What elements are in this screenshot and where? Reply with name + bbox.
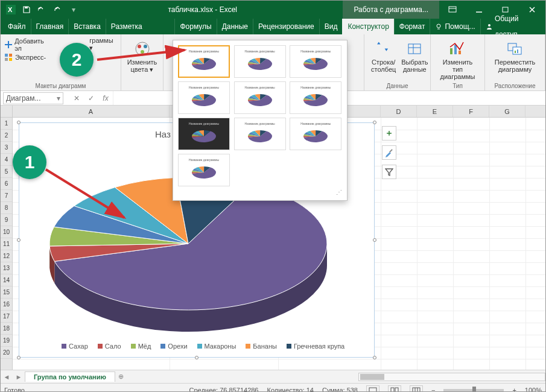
row-header[interactable]: 8 — [1, 202, 12, 214]
row-header[interactable]: 20 — [1, 347, 12, 359]
select-data-label: Выбрать данные — [401, 58, 428, 73]
legend-item[interactable]: Бананы — [246, 343, 277, 350]
annotation-badge-2: 2 — [60, 43, 94, 77]
chart-style-thumb[interactable]: Название диаграммы — [178, 81, 230, 114]
cancel-formula-icon[interactable]: ✕ — [69, 92, 84, 104]
select-data-button[interactable]: Выбрать данные — [399, 37, 430, 75]
row-header[interactable]: 10 — [1, 226, 12, 238]
svg-line-32 — [97, 50, 185, 60]
row-header[interactable]: 5 — [1, 166, 12, 178]
tab-formulas[interactable]: Формулы — [174, 19, 216, 34]
fx-icon[interactable]: fx — [98, 92, 113, 104]
tab-review[interactable]: Рецензирование — [253, 19, 319, 34]
add-chart-element-button[interactable]: Добавить эл — [14, 37, 51, 52]
tab-data[interactable]: Данные — [217, 19, 253, 34]
legend-item[interactable]: Гречневая крупа — [287, 343, 344, 350]
chart-style-thumb[interactable]: Название диаграммы — [234, 45, 286, 78]
switch-row-column-button[interactable]: Строка/ столбец — [368, 37, 399, 75]
tab-insert[interactable]: Вставка — [68, 19, 106, 34]
svg-line-31 — [46, 169, 124, 218]
move-chart-button[interactable]: Переместить диаграмму — [489, 37, 541, 75]
row-header[interactable]: 3 — [1, 142, 12, 154]
row-header[interactable]: 2 — [1, 130, 12, 142]
tell-me-search[interactable]: Помощ... — [430, 19, 480, 34]
row-header[interactable]: 9 — [1, 214, 12, 226]
zoom-out-button[interactable]: − — [431, 387, 435, 393]
tell-me-label: Помощ... — [445, 19, 475, 34]
row-header[interactable]: 1 — [1, 118, 12, 130]
zoom-slider[interactable] — [443, 389, 504, 391]
tab-view[interactable]: Вид — [319, 19, 343, 34]
row-header[interactable]: 15 — [1, 286, 12, 299]
chart-styles-gallery[interactable]: Название диаграммыНазвание диаграммыНазв… — [173, 40, 348, 201]
minimize-icon[interactable] — [466, 1, 492, 19]
row-header[interactable]: 7 — [1, 190, 12, 202]
chart-filter-button[interactable] — [382, 165, 396, 179]
row-header[interactable]: 17 — [1, 311, 12, 323]
row-header[interactable]: 11 — [1, 238, 12, 250]
row-header[interactable]: 13 — [1, 262, 12, 274]
view-normal-button[interactable] — [366, 385, 379, 393]
tab-home[interactable]: Главная — [31, 19, 69, 34]
chart-style-thumb[interactable]: Название диаграммы — [178, 118, 230, 150]
svg-rect-23 — [450, 48, 452, 54]
col-header[interactable]: A — [13, 106, 170, 117]
chart-styles-button[interactable] — [382, 145, 396, 160]
tab-file[interactable]: Файл — [1, 19, 31, 34]
zoom-level[interactable]: 100% — [525, 387, 542, 393]
col-header[interactable]: F — [453, 106, 489, 117]
svg-rect-30 — [389, 149, 393, 153]
legend-item[interactable]: Макароны — [197, 343, 236, 350]
row-header[interactable]: 19 — [1, 335, 12, 347]
chart-style-thumb[interactable]: Название диаграммы — [290, 118, 341, 150]
redo-icon[interactable] — [51, 3, 65, 16]
row-header[interactable]: 14 — [1, 274, 12, 286]
svg-rect-36 — [413, 388, 420, 393]
legend-item[interactable]: Орехи — [160, 343, 187, 350]
sheet-tab-active[interactable]: Группа по умолчанию — [25, 371, 115, 382]
legend-item[interactable]: Сало — [98, 343, 121, 350]
row-header[interactable]: 6 — [1, 178, 12, 190]
undo-icon[interactable] — [36, 3, 49, 16]
sheet-nav-next[interactable]: ► — [13, 373, 25, 381]
chart-style-thumb[interactable]: Название диаграммы — [234, 81, 286, 114]
col-header[interactable]: G — [489, 106, 525, 117]
col-header[interactable]: D — [381, 106, 417, 117]
quick-layout-button[interactable]: Экспресс- — [15, 54, 46, 61]
chart-elements-button[interactable]: ＋ — [382, 126, 396, 141]
svg-point-9 — [488, 24, 490, 27]
chart-legend[interactable]: СахарСалоМёдОрехиМакароныБананыГречневая… — [62, 343, 344, 350]
enter-formula-icon[interactable]: ✓ — [84, 92, 98, 104]
tab-page-layout[interactable]: Разметка страниц — [106, 19, 175, 34]
chart-style-thumb[interactable]: Название диаграммы — [178, 154, 230, 186]
zoom-in-button[interactable]: + — [512, 387, 516, 393]
save-icon[interactable] — [20, 3, 33, 16]
select-data-icon — [405, 39, 424, 58]
new-sheet-button[interactable]: ⊕ — [115, 373, 127, 381]
view-page-break-button[interactable] — [410, 385, 423, 393]
excel-app-icon[interactable]: X — [4, 3, 17, 16]
row-header[interactable]: 16 — [1, 299, 12, 311]
row-headers: 1234567891011121314151617181920 — [1, 106, 13, 370]
move-chart-icon — [506, 39, 525, 58]
name-box[interactable]: Диаграм... ▾ — [3, 92, 63, 104]
tab-chart-format[interactable]: Формат — [394, 19, 430, 34]
row-header[interactable]: 4 — [1, 154, 12, 166]
gallery-resize-handle[interactable]: ⋰ — [178, 189, 342, 195]
tab-chart-design[interactable]: Конструктор — [342, 19, 393, 34]
row-header[interactable]: 12 — [1, 250, 12, 262]
qat-customize-icon[interactable]: ▾ — [67, 3, 80, 16]
share-button[interactable]: Общий доступ — [480, 19, 545, 34]
view-page-layout-button[interactable] — [388, 385, 401, 393]
horizontal-scrollbar[interactable] — [358, 373, 545, 381]
legend-item[interactable]: Мёд — [131, 343, 151, 350]
col-header[interactable]: E — [417, 106, 453, 117]
ribbon-display-options-icon[interactable] — [439, 1, 466, 19]
chart-style-thumb[interactable]: Название диаграммы — [234, 118, 286, 150]
legend-item[interactable]: Сахар — [62, 343, 88, 350]
change-chart-type-button[interactable]: Изменить тип диаграммы — [434, 37, 481, 83]
chart-style-thumb[interactable]: Название диаграммы — [290, 45, 341, 78]
sheet-nav-prev[interactable]: ◄ — [1, 373, 13, 381]
row-header[interactable]: 18 — [1, 323, 12, 335]
chart-style-thumb[interactable]: Название диаграммы — [290, 81, 341, 114]
